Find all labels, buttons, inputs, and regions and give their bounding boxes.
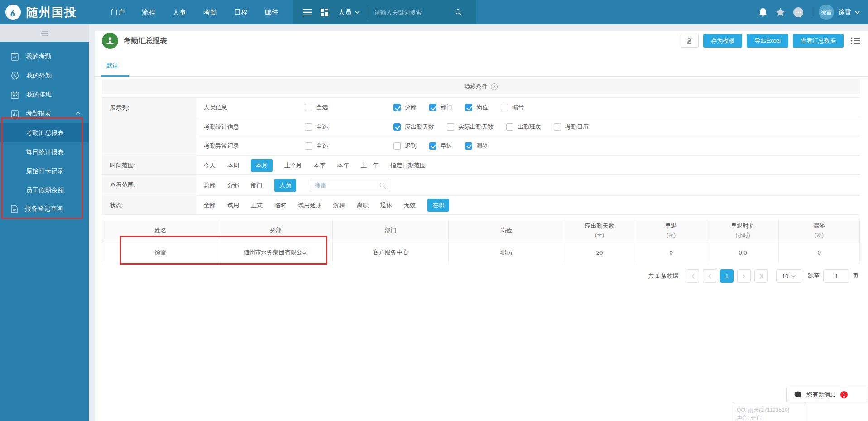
- status-chip[interactable]: 试用: [227, 201, 239, 209]
- top-menu-item[interactable]: 邮件: [256, 0, 287, 24]
- table-row[interactable]: 徐雷随州市水务集团有限公司客户服务中心职员2000.00: [102, 242, 860, 263]
- sidebar-subitem[interactable]: 员工假期余额: [0, 180, 89, 199]
- checkbox-unchecked[interactable]: [393, 142, 401, 150]
- time-range-chip[interactable]: 上一年: [361, 161, 379, 169]
- filter-option[interactable]: 应出勤天数: [393, 123, 434, 131]
- hide-conditions-toggle[interactable]: 隐藏条件: [102, 79, 860, 94]
- view-range-chip[interactable]: 总部: [204, 181, 216, 189]
- time-range-chip[interactable]: 指定日期范围: [390, 161, 426, 169]
- checkbox-unchecked[interactable]: [554, 123, 561, 131]
- jump-page-input[interactable]: [823, 269, 849, 283]
- status-chip[interactable]: 全部: [204, 201, 216, 209]
- time-range-chip[interactable]: 本季: [314, 161, 326, 169]
- time-range-chip[interactable]: 今天: [204, 161, 216, 169]
- status-chip[interactable]: 无效: [404, 201, 416, 209]
- search-input[interactable]: [374, 9, 451, 16]
- checkbox-checked[interactable]: [393, 123, 401, 131]
- filter-option[interactable]: 考勤日历: [554, 123, 589, 131]
- select-all-option[interactable]: 全选: [305, 142, 393, 150]
- user-name[interactable]: 徐雷: [839, 8, 851, 16]
- filter-option[interactable]: 实际出勤天数: [447, 123, 494, 131]
- filter-option[interactable]: 编号: [501, 103, 524, 111]
- time-range-chip[interactable]: 本年: [337, 161, 349, 169]
- select-all-option[interactable]: 全选: [305, 103, 393, 111]
- current-page-button[interactable]: 1: [720, 269, 734, 283]
- status-chip[interactable]: 在职: [427, 199, 449, 212]
- filter-option[interactable]: 分部: [393, 103, 417, 111]
- top-menu-item[interactable]: 门户: [102, 0, 133, 24]
- top-menu-item[interactable]: 考勤: [195, 0, 225, 24]
- sidebar-item-my-field-work[interactable]: 我的外勤: [0, 66, 89, 85]
- status-chip[interactable]: 离职: [357, 201, 369, 209]
- filter-option[interactable]: 岗位: [465, 103, 488, 111]
- more-messages-icon[interactable]: [793, 7, 803, 17]
- user-chevron-down-icon[interactable]: [855, 11, 860, 14]
- status-chip[interactable]: 解聘: [333, 201, 345, 209]
- status-chip[interactable]: 退休: [380, 201, 392, 209]
- hamburger-icon[interactable]: [303, 9, 312, 15]
- time-range-chip[interactable]: 本周: [227, 161, 239, 169]
- top-menu-item[interactable]: 日程: [225, 0, 256, 24]
- checkbox-unchecked[interactable]: [305, 142, 312, 150]
- sidebar-item-my-attendance[interactable]: 我的考勤: [0, 47, 89, 66]
- person-search-input[interactable]: [310, 179, 390, 192]
- time-range-chip[interactable]: 上个月: [284, 161, 302, 169]
- checkbox-unchecked[interactable]: [305, 123, 312, 131]
- avatar[interactable]: 徐雷: [819, 5, 834, 20]
- sidebar-item-my-schedule[interactable]: 我的排班: [0, 85, 89, 104]
- checkbox-unchecked[interactable]: [506, 123, 513, 131]
- last-page-button[interactable]: [754, 269, 768, 283]
- sidebar-subitem[interactable]: 考勤汇总报表: [0, 123, 89, 142]
- logo[interactable]: 随州国投: [0, 4, 102, 21]
- checkbox-checked[interactable]: [429, 104, 436, 111]
- checkbox-checked[interactable]: [465, 142, 472, 150]
- column-header: 应出勤天数(天): [564, 219, 635, 242]
- search-icon[interactable]: [379, 182, 386, 189]
- view-summary-button[interactable]: 查看汇总数据: [793, 34, 844, 48]
- status-chip[interactable]: 临时: [274, 201, 286, 209]
- apps-grid-icon[interactable]: [321, 9, 328, 16]
- search-icon[interactable]: [455, 9, 462, 16]
- pagination: 共 1 条数据 1 10 跳至 页: [102, 269, 860, 283]
- template-tool-button[interactable]: [681, 34, 699, 48]
- tab-default[interactable]: 默认: [106, 62, 128, 76]
- save-template-button[interactable]: 存为模板: [703, 34, 742, 48]
- checkbox-checked[interactable]: [393, 104, 401, 111]
- time-range-chip[interactable]: 本月: [251, 159, 273, 172]
- status-chip[interactable]: 试用延期: [298, 201, 321, 209]
- filter-option-label: 编号: [512, 103, 524, 111]
- filter-option[interactable]: 出勤班次: [506, 123, 541, 131]
- filter-option[interactable]: 早退: [429, 142, 452, 150]
- view-range-chip[interactable]: 部门: [251, 181, 263, 189]
- checkbox-unchecked[interactable]: [501, 104, 508, 111]
- export-excel-button[interactable]: 导出Excel: [747, 34, 788, 48]
- sidebar-item-report-registration[interactable]: 报备登记查询: [0, 199, 89, 218]
- checkbox-checked[interactable]: [465, 104, 472, 111]
- prev-page-button[interactable]: [703, 269, 716, 283]
- checkbox-unchecked[interactable]: [305, 104, 312, 111]
- filter-option[interactable]: 漏签: [465, 142, 488, 150]
- filter-option[interactable]: 迟到: [393, 142, 417, 150]
- checkbox-unchecked[interactable]: [447, 123, 454, 131]
- bell-icon[interactable]: [758, 8, 767, 17]
- view-range-chip[interactable]: 分部: [227, 181, 239, 189]
- select-all-option[interactable]: 全选: [305, 123, 393, 131]
- top-menu-item[interactable]: 流程: [133, 0, 164, 24]
- top-search[interactable]: [368, 6, 470, 19]
- new-message-bar[interactable]: 您有新消息 1: [786, 387, 868, 402]
- checkbox-checked[interactable]: [429, 142, 436, 150]
- sidebar-collapse-toggle[interactable]: [0, 24, 89, 42]
- sidebar-item-attendance-reports[interactable]: 考勤报表: [0, 104, 89, 123]
- first-page-button[interactable]: [686, 269, 699, 283]
- top-menu-item[interactable]: 人事: [164, 0, 195, 24]
- filter-option[interactable]: 部门: [429, 103, 452, 111]
- status-chip[interactable]: 正式: [251, 201, 263, 209]
- star-icon[interactable]: [776, 8, 785, 17]
- sidebar-subitem[interactable]: 每日统计报表: [0, 142, 89, 161]
- page-size-select[interactable]: 10: [776, 269, 801, 283]
- view-range-chip[interactable]: 人员: [274, 179, 296, 192]
- module-select[interactable]: 人员: [338, 8, 360, 17]
- sidebar-subitem[interactable]: 原始打卡记录: [0, 161, 89, 180]
- next-page-button[interactable]: [737, 269, 751, 283]
- list-view-icon[interactable]: [851, 37, 860, 44]
